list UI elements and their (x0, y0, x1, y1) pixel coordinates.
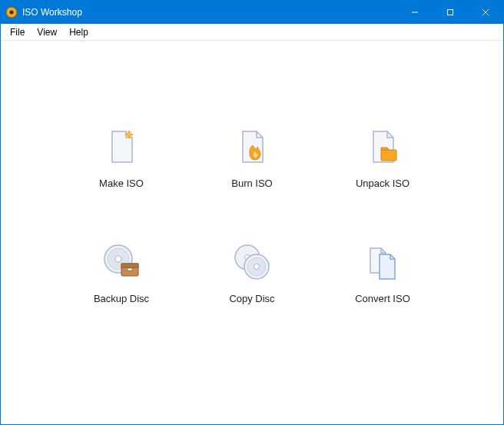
app-icon (5, 6, 18, 18)
maximize-button[interactable] (433, 1, 468, 24)
svg-rect-10 (381, 150, 396, 161)
menu-help[interactable]: Help (63, 25, 94, 39)
unpack-iso-button[interactable]: Unpack ISO (325, 118, 440, 233)
make-iso-label: Make ISO (99, 178, 144, 189)
action-grid: Make ISO Burn ISO (1, 118, 503, 348)
menubar: File View Help (1, 24, 503, 41)
copy-disc-button[interactable]: Copy Disc (194, 233, 310, 348)
svg-rect-3 (448, 10, 453, 15)
titlebar[interactable]: ISO Workshop (1, 1, 503, 24)
svg-rect-15 (121, 264, 138, 267)
window-controls (397, 1, 503, 24)
svg-point-21 (254, 264, 260, 270)
svg-rect-16 (128, 268, 132, 271)
copy-disc-icon (229, 239, 275, 285)
menu-file[interactable]: File (4, 25, 31, 39)
backup-disc-icon (98, 239, 144, 285)
make-iso-icon (98, 124, 144, 170)
minimize-button[interactable] (397, 1, 433, 24)
svg-point-13 (115, 256, 121, 262)
backup-disc-label: Backup Disc (94, 293, 149, 304)
app-window: ISO Workshop File View Help (0, 0, 504, 425)
unpack-iso-label: Unpack ISO (356, 178, 410, 189)
convert-iso-label: Convert ISO (355, 293, 410, 304)
make-iso-button[interactable]: Make ISO (64, 118, 179, 233)
content-area: Make ISO Burn ISO (1, 41, 503, 424)
backup-disc-button[interactable]: Backup Disc (64, 233, 179, 348)
menu-view[interactable]: View (31, 25, 63, 39)
svg-point-1 (10, 11, 14, 15)
convert-iso-button[interactable]: Convert ISO (325, 233, 440, 348)
window-title: ISO Workshop (22, 7, 82, 18)
burn-iso-label: Burn ISO (231, 178, 272, 189)
unpack-iso-icon (360, 124, 406, 170)
convert-iso-icon (360, 239, 406, 285)
close-button[interactable] (468, 1, 503, 24)
burn-iso-button[interactable]: Burn ISO (194, 118, 310, 233)
copy-disc-label: Copy Disc (229, 293, 274, 304)
burn-iso-icon (229, 124, 275, 170)
